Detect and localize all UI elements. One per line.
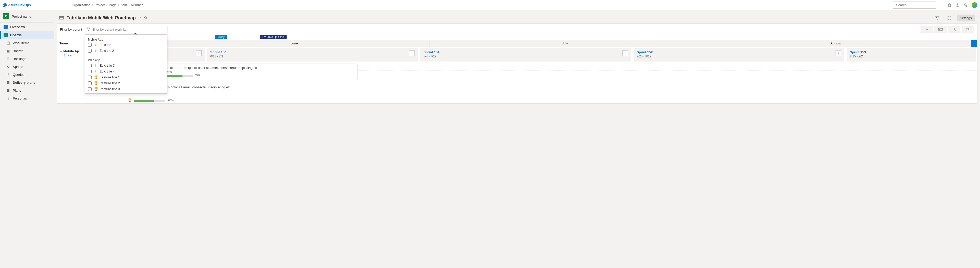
zoom-in-button[interactable] — [962, 26, 974, 33]
project-selector[interactable]: C Project name — [0, 10, 54, 23]
sidebar-item-backlogs[interactable]: ☰Backlogs — [0, 55, 54, 63]
breadcrumb-item[interactable]: Item — [121, 3, 127, 7]
add-to-sprint-button[interactable]: + — [835, 50, 841, 56]
search-input[interactable] — [893, 2, 936, 9]
dropdown-option[interactable]: ♛Epic title 4 — [85, 69, 167, 74]
filter-label: Filter by parent — [60, 27, 82, 31]
filter-dropdown: Mobile App ♛Epic tite 1 ♛Epic tite 2 Web… — [85, 35, 167, 94]
sidebar-item-queries[interactable]: ?Queries — [0, 71, 54, 79]
breadcrumb-item[interactable]: Number — [131, 3, 143, 7]
epic-card[interactable]: ♛ ic title: Lorem ipsum dolor sit amet, … — [159, 64, 358, 79]
card-lane: ♛ ic title: Lorem ipsum dolor sit amet, … — [95, 62, 977, 104]
sprint-dates: 7/4 - 7/22 — [423, 54, 439, 58]
svg-point-4 — [964, 3, 966, 5]
option-checkbox[interactable] — [88, 70, 92, 73]
option-label: Epic title 3 — [100, 64, 115, 67]
breadcrumb-item[interactable]: Organization — [72, 3, 91, 7]
epic-icon: ♛ — [94, 43, 97, 47]
clipboard-icon: 📋 — [6, 41, 10, 45]
brand-name: Azure DevOps — [8, 3, 31, 7]
dropdown-option[interactable]: 🏆feature title 3 — [85, 86, 167, 92]
shopping-bag-icon[interactable] — [948, 3, 951, 7]
sidebar-item-label: Personas — [13, 96, 27, 100]
settings-button[interactable]: Settings — [957, 14, 975, 21]
sidebar-item-delivery-plans[interactable]: ☷Delivery plans — [0, 79, 54, 86]
user-settings-icon[interactable] — [964, 3, 968, 7]
overview-icon — [3, 25, 8, 29]
dropdown-option[interactable]: 🏆feature title 1 — [85, 74, 167, 80]
query-icon: ? — [6, 73, 10, 77]
sidebar-item-personas[interactable]: ☺Personas — [0, 94, 54, 102]
zoom-out-button[interactable] — [948, 26, 960, 33]
sprint-card[interactable]: Sprint 1527/25 - 8/12 + — [634, 48, 844, 62]
breadcrumb-item[interactable]: Page — [109, 3, 116, 7]
plans-icon: ☷ — [6, 81, 10, 85]
sidebar-item-label: Sprints — [13, 65, 23, 69]
avatar[interactable] — [972, 2, 977, 8]
milestone-marker: FY 2023 Q1 Start — [260, 35, 286, 39]
feature-icon: 🏆 — [128, 98, 132, 102]
sprint-card[interactable]: Sprint 1538/15 - 9/2 — [847, 48, 976, 62]
dropdown-option[interactable]: ♛Epic tite 2 — [85, 48, 167, 54]
sidebar-item-sprints[interactable]: ↻Sprints — [0, 63, 54, 71]
sprint-card[interactable]: Sprint 1517/4 - 7/22 + — [420, 48, 631, 62]
favorite-star-icon[interactable] — [144, 16, 148, 20]
today-marker: today — [215, 35, 227, 39]
link-button[interactable] — [921, 26, 933, 33]
sidebar-item-label: Plans — [13, 89, 21, 93]
option-label: feature title 2 — [101, 81, 120, 85]
feature-icon: 🏆 — [94, 87, 98, 91]
feature-row[interactable]: 🏆 65% — [128, 98, 174, 102]
filter-funnel-icon[interactable] — [933, 14, 942, 21]
progress-pct: 65% — [168, 99, 174, 102]
sprint-name: Sprint 150 — [210, 50, 226, 54]
sidebar-item-label: Backlogs — [13, 57, 26, 61]
filter-row: Filter by parent Mobile App ♛Epic tite 1… — [57, 24, 977, 35]
delivery-plan-icon — [59, 16, 64, 20]
search-field[interactable] — [896, 3, 939, 7]
persona-icon: ☺ — [6, 96, 10, 100]
help-icon[interactable]: ? — [956, 3, 959, 7]
month-header: July — [430, 40, 700, 47]
kanban-icon: ▦ — [6, 49, 10, 53]
chevron-down-icon[interactable] — [138, 16, 142, 19]
option-checkbox[interactable] — [88, 64, 92, 67]
option-checkbox[interactable] — [88, 81, 92, 85]
page-header: Fabrikam Mobile/Web Roadmap Settings — [54, 10, 980, 24]
dropdown-option[interactable]: ♛Epic title 3 — [85, 62, 167, 69]
list-icon[interactable] — [940, 3, 944, 7]
add-to-sprint-button[interactable]: + — [622, 50, 628, 56]
brand[interactable]: Azure DevOps — [3, 3, 31, 7]
timeline-header: Team June July August › — [57, 40, 977, 47]
sidebar-item-boards[interactable]: Boards — [0, 31, 54, 39]
card-view-button[interactable] — [934, 26, 947, 33]
sidebar-item-overview[interactable]: Overview — [0, 23, 54, 31]
next-month-button[interactable]: › — [971, 40, 977, 47]
sprint-name: Sprint 152 — [637, 50, 653, 54]
project-name: Project name — [12, 14, 32, 18]
filter-icon — [87, 27, 90, 31]
card-title-prefix: ic title: — [167, 66, 177, 70]
filter-input[interactable] — [85, 26, 167, 33]
sidebar-item-boards-sub[interactable]: ▦Boards — [0, 47, 54, 55]
epic-card[interactable]: ♛ m dolor sit amet, consectetur adipisci… — [159, 83, 253, 91]
option-checkbox[interactable] — [88, 49, 92, 53]
add-to-sprint-button[interactable]: + — [196, 50, 202, 56]
sprint-dates: 7/25 - 8/12 — [637, 54, 653, 58]
sidebar-item-plans[interactable]: ☰Plans — [0, 86, 54, 94]
option-checkbox[interactable] — [88, 87, 92, 91]
page-title-text: Fabrikam Mobile/Web Roadmap — [66, 15, 136, 21]
dropdown-option[interactable]: 🏆feature title 2 — [85, 80, 167, 86]
breadcrumb-item[interactable]: Project — [94, 3, 105, 7]
dropdown-option[interactable]: ♛Epic tite 1 — [85, 42, 167, 48]
option-checkbox[interactable] — [88, 43, 92, 47]
epic-icon: ♛ — [94, 49, 97, 53]
fullscreen-icon[interactable] — [945, 14, 954, 21]
delivery-plan-panel: Filter by parent Mobile App ♛Epic tite 1… — [57, 24, 977, 104]
option-label: Epic tite 1 — [100, 43, 114, 47]
add-to-sprint-button[interactable]: + — [409, 50, 415, 56]
feature-icon: 🏆 — [94, 75, 98, 79]
option-checkbox[interactable] — [88, 75, 92, 79]
sprint-card[interactable]: Sprint 1506/13 - 7/1 + — [207, 48, 418, 62]
sidebar-item-work-items[interactable]: 📋Work items — [0, 39, 54, 47]
